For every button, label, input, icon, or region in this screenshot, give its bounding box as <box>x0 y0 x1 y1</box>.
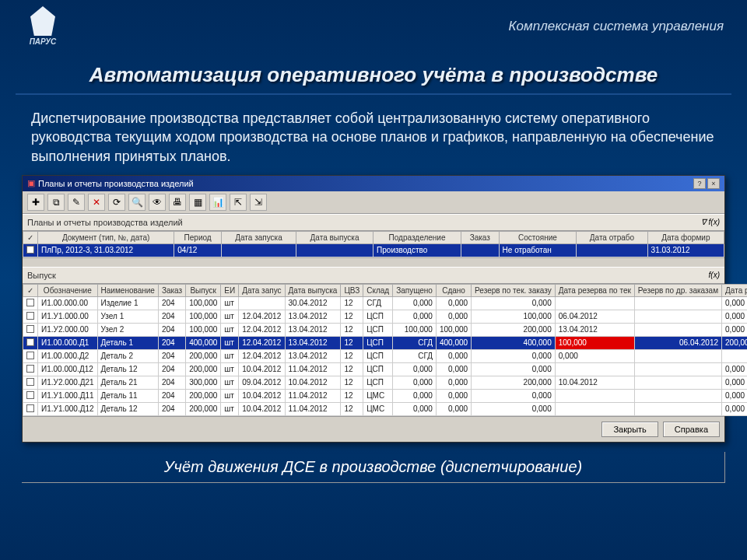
cell[interactable]: 0,000 <box>436 402 471 415</box>
col-header[interactable]: Резерв по тек. заказу <box>472 284 556 296</box>
cell[interactable] <box>239 296 285 310</box>
cell[interactable]: Деталь 12 <box>97 402 158 415</box>
cell[interactable]: 0,000 <box>472 389 556 402</box>
col-header[interactable]: Дата запуска <box>222 231 296 243</box>
col-header[interactable]: Дата формир <box>647 231 724 243</box>
cell[interactable] <box>23 296 38 310</box>
delete-icon[interactable]: ✕ <box>88 194 105 211</box>
cell[interactable]: 400,000 <box>436 336 471 349</box>
cell[interactable]: 06.04.2012 <box>555 310 634 323</box>
cell[interactable]: 100,000 <box>186 310 221 323</box>
col-header[interactable]: ЕИ <box>221 284 239 296</box>
cell[interactable]: 200,000 <box>186 362 221 376</box>
cell[interactable]: 0,000 <box>555 349 634 362</box>
cell[interactable] <box>23 323 38 336</box>
col-header[interactable]: Дата резерва по д <box>722 284 747 296</box>
cell[interactable] <box>634 389 721 402</box>
cell[interactable] <box>634 323 721 336</box>
cell[interactable]: 06.04.2012 <box>634 336 721 349</box>
cell[interactable]: 204 <box>158 362 185 376</box>
cell[interactable]: 0,000 <box>722 323 747 336</box>
cell[interactable]: 12 <box>341 376 363 389</box>
cell[interactable]: 204 <box>158 389 185 402</box>
col-header[interactable]: Заказ <box>461 231 500 243</box>
col-header[interactable]: Документ (тип, №, дата) <box>38 231 174 243</box>
cell[interactable]: 100,000 <box>186 296 221 310</box>
col-header[interactable]: ЦВЗ <box>341 284 363 296</box>
cell[interactable]: И1.00.000.Д1 <box>38 336 98 349</box>
cell[interactable]: И1.У1.000.Д11 <box>38 389 98 402</box>
cell[interactable] <box>555 389 634 402</box>
cell[interactable]: И1.00.000.Д2 <box>38 349 98 362</box>
cell[interactable]: 10.04.2012 <box>239 402 285 415</box>
cell[interactable] <box>634 349 721 362</box>
table-row[interactable]: И1.У1.000.00Узел 1204100,000шт12.04.2012… <box>23 310 748 323</box>
col-header[interactable]: Дата запус <box>239 284 285 296</box>
cell[interactable]: 0,000 <box>393 310 437 323</box>
table-row[interactable]: И1.У1.000.Д11Деталь 11204200,000шт10.04.… <box>23 389 748 402</box>
fx-label2[interactable]: f(x) <box>709 271 720 279</box>
cell[interactable]: И1.00.000.Д12 <box>38 362 98 376</box>
add-icon[interactable]: ✚ <box>27 194 44 211</box>
cell[interactable]: 0,000 <box>722 362 747 376</box>
col-header[interactable]: Обозначение <box>38 284 98 296</box>
cell[interactable]: И1.У2.000.00 <box>38 323 98 336</box>
help-button[interactable]: Справка <box>663 422 720 437</box>
cell[interactable]: 0,000 <box>436 362 471 376</box>
cell[interactable]: 09.04.2012 <box>239 376 285 389</box>
cell[interactable] <box>23 336 38 349</box>
cell[interactable]: 12 <box>341 402 363 415</box>
table-row[interactable]: И1.У2.000.Д21Деталь 21204300,000шт09.04.… <box>23 376 748 389</box>
cell[interactable]: 04/12 <box>174 243 222 257</box>
copy-icon[interactable]: ⧉ <box>47 194 65 211</box>
cell[interactable]: Деталь 12 <box>97 362 158 376</box>
cell[interactable]: шт <box>221 376 239 389</box>
cell[interactable]: 200,000 <box>472 323 556 336</box>
cell[interactable]: ЦСП <box>363 310 393 323</box>
cell[interactable]: Деталь 1 <box>97 336 158 349</box>
cell[interactable]: 31.03.2012 <box>647 243 724 257</box>
cell[interactable]: И1.У1.000.00 <box>38 310 98 323</box>
col-header[interactable]: Подразделение <box>374 231 461 243</box>
refresh-icon[interactable]: ⟳ <box>108 194 125 211</box>
cell[interactable]: шт <box>221 349 239 362</box>
cell[interactable]: И1.У1.000.Д12 <box>38 402 98 415</box>
cell[interactable]: 10.04.2012 <box>239 362 285 376</box>
col-header[interactable]: Наименование <box>97 284 158 296</box>
cell[interactable]: ЦМС <box>363 389 393 402</box>
cell[interactable]: 0,000 <box>436 349 471 362</box>
cell[interactable]: 0,000 <box>393 376 437 389</box>
cell[interactable]: 13.04.2012 <box>555 323 634 336</box>
cell[interactable] <box>23 376 38 389</box>
col-header[interactable]: Резерв по др. заказам <box>634 284 721 296</box>
cell[interactable]: 10.04.2012 <box>285 376 341 389</box>
col-header[interactable]: Склад <box>363 284 393 296</box>
cell[interactable]: 0,000 <box>393 389 437 402</box>
col-header[interactable]: Состояние <box>499 231 577 243</box>
cell[interactable]: шт <box>221 296 239 310</box>
cell[interactable]: ЦСП <box>363 362 393 376</box>
cell[interactable]: 12 <box>341 323 363 336</box>
cell[interactable]: Изделие 1 <box>97 296 158 310</box>
cell[interactable]: ЦМС <box>363 402 393 415</box>
cell[interactable]: 12.04.2012 <box>239 323 285 336</box>
cell[interactable]: Деталь 11 <box>97 389 158 402</box>
cell[interactable]: Узел 2 <box>97 323 158 336</box>
table-row[interactable]: И1.00.000.Д12Деталь 12204200,000шт10.04.… <box>23 362 748 376</box>
grid-icon[interactable]: ▦ <box>189 194 206 211</box>
cell[interactable]: 204 <box>158 296 185 310</box>
cell[interactable]: 0,000 <box>393 402 437 415</box>
cell[interactable]: 100,000 <box>555 336 634 349</box>
cell[interactable]: 0,000 <box>472 296 556 310</box>
cell[interactable] <box>23 243 38 257</box>
cell[interactable]: 200,000 <box>472 376 556 389</box>
cell[interactable]: 400,000 <box>186 336 221 349</box>
cell[interactable]: 12.04.2012 <box>239 349 285 362</box>
cell[interactable]: 13.04.2012 <box>285 349 341 362</box>
cell[interactable]: 30.04.2012 <box>285 296 341 310</box>
cell[interactable]: ПлПр, 2012-3, 31.03.2012 <box>38 243 174 257</box>
cell[interactable] <box>634 402 721 415</box>
col-header[interactable]: Выпуск <box>186 284 221 296</box>
cell[interactable]: 100,000 <box>393 323 437 336</box>
cell[interactable]: 11.04.2012 <box>285 402 341 415</box>
